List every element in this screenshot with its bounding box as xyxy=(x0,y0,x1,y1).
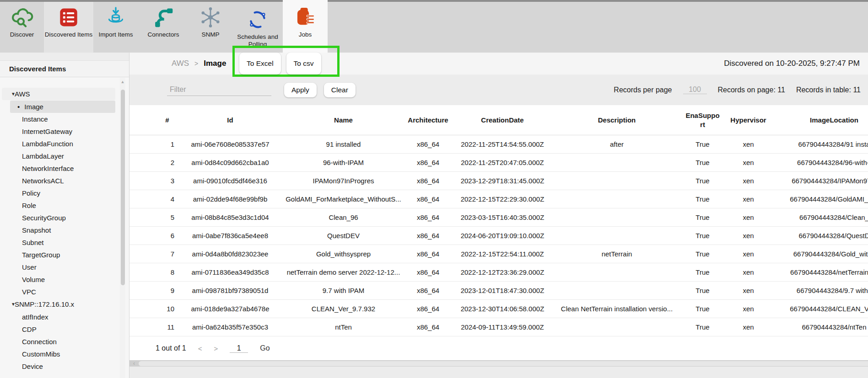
toolbar-button-snmp[interactable]: SNMP xyxy=(189,2,232,53)
table-cell: 5 xyxy=(155,208,180,226)
table-cell: 3 xyxy=(155,172,180,190)
table-cell: CLEAN_Ver_9.7.932 xyxy=(280,300,406,318)
next-page-button[interactable]: > xyxy=(214,345,218,352)
column-header-name[interactable]: Name xyxy=(280,105,406,135)
table-cell: x86_64 xyxy=(406,227,450,245)
table-row[interactable]: 10ami-018de9a327ab4678eCLEAN_Ver_9.7.932… xyxy=(129,300,868,318)
tree-item-lambdalayer[interactable]: LambdaLayer xyxy=(0,150,115,162)
table-row[interactable]: 4ami-02dde94f68e99bf9bGoldAMI_ForMarketp… xyxy=(129,190,868,208)
table-row[interactable]: 2ami-0d84c09d662cba1a096-with-IPAMx86_64… xyxy=(129,154,868,172)
tree-item-image[interactable]: •Image xyxy=(10,101,115,113)
table-cell: 8 xyxy=(155,263,180,281)
table-cell: 2022-12-15T22:54:11.000Z xyxy=(450,245,555,263)
column-header-imagelocation[interactable]: ImageLocation xyxy=(770,105,868,135)
caret-down-icon[interactable]: ▼ xyxy=(5,302,15,307)
column-header-enasupport[interactable]: EnaSupport xyxy=(679,105,727,135)
tree-item-device[interactable]: Device xyxy=(0,360,115,373)
bottom-strip xyxy=(129,367,868,378)
table-row[interactable]: 9ami-098781bf97389051d9.7 with IPAMx86_6… xyxy=(129,282,868,300)
page-number-input[interactable] xyxy=(230,344,248,353)
tree-item-networksacl[interactable]: NetworksACL xyxy=(0,175,115,187)
column-header-description[interactable]: Description xyxy=(555,105,679,135)
tree-item-targetgroup[interactable]: TargetGroup xyxy=(0,249,115,261)
tree-item-networkinterface[interactable]: NetworkInterface xyxy=(0,162,115,175)
table-cell: True xyxy=(679,245,727,263)
column-header-id[interactable]: Id xyxy=(180,105,280,135)
table-row[interactable]: 7ami-0d4a8b0fd823023eeGold_withsysprepx8… xyxy=(129,245,868,263)
column-header-architecture[interactable]: Architecture xyxy=(406,105,450,135)
main-content: AWS > Image Discovered on 10-20-2025, 9:… xyxy=(129,53,868,378)
toolbar-button-discovered-items[interactable]: Discovered Items xyxy=(44,2,93,53)
tree-item-user[interactable]: User xyxy=(0,261,115,273)
table-cell: 7 xyxy=(155,245,180,263)
column-header-creationdate[interactable]: CreationDate xyxy=(450,105,555,135)
pagination-bar: 1 out of 1 < > Go xyxy=(129,336,868,360)
tree-item-snmp-172-16-10-x[interactable]: ▼SNMP::172.16.10.x xyxy=(2,298,115,310)
table-cell: x86_64 xyxy=(406,263,450,281)
table-row[interactable]: 6ami-0abe7f836ca5e4ee8QuestDEVx86_642024… xyxy=(129,227,868,245)
table-cell: 9 xyxy=(155,282,180,299)
tree-item-cdp[interactable]: CDP xyxy=(0,323,115,335)
to-csv-button[interactable]: To csv xyxy=(286,53,321,75)
table-row[interactable]: 3ami-09010fcd5df46e316IPAMon97InProgresx… xyxy=(129,172,868,190)
table-row[interactable]: 11ami-0a624b35f57e350c3ntTenx86_642024-0… xyxy=(129,318,868,336)
table-cell: xen xyxy=(727,190,770,208)
table-cell: xen xyxy=(727,154,770,171)
column-header--[interactable]: # xyxy=(155,105,180,135)
table-cell: 667904443284/netTerrain de xyxy=(770,263,868,281)
toolbar-button-jobs[interactable]: Jobs xyxy=(283,0,328,53)
page-summary: 1 out of 1 xyxy=(156,344,186,352)
tree-item-volume[interactable]: Volume xyxy=(0,273,115,286)
tree-item-role[interactable]: Role xyxy=(0,199,115,212)
scrollbar-up-icon[interactable]: ▲ xyxy=(120,78,125,86)
tree-item-snapshot[interactable]: Snapshot xyxy=(0,224,115,236)
scrollbar-thumb[interactable] xyxy=(121,90,125,285)
tree-item-vpc[interactable]: VPC xyxy=(0,286,115,298)
toolbar-button-import-items[interactable]: Import Items xyxy=(93,2,138,53)
connectors-cable-icon xyxy=(151,5,175,29)
toolbar-button-discover[interactable]: Discover xyxy=(0,2,44,53)
table-row[interactable]: 8ami-0711836ea349d35c8netTerrain demo se… xyxy=(129,263,868,282)
filter-bar: Apply Clear Records per page Records on … xyxy=(129,75,868,105)
to-excel-button[interactable]: To Excel xyxy=(239,53,281,75)
table-header-row: #IdNameArchitectureCreationDateDescripti… xyxy=(129,105,868,135)
scrollbar-left-icon[interactable]: ‹ xyxy=(130,360,138,367)
horizontal-scrollbar[interactable]: ‹ xyxy=(129,360,868,367)
tree-item-lambdafunction[interactable]: LambdaFunction xyxy=(0,138,115,150)
table-cell: x86_64 xyxy=(406,135,450,153)
import-items-icon xyxy=(104,5,128,29)
table-row[interactable]: 1ami-06e7608e085337e5791 installedx86_64… xyxy=(129,135,868,154)
table-cell xyxy=(555,282,679,299)
table-cell: 667904443284/QuestD xyxy=(770,227,868,245)
tree-item-atifindex[interactable]: atIfIndex xyxy=(0,311,115,323)
table-cell: x86_64 xyxy=(406,282,450,299)
horizontal-scrollbar-thumb[interactable] xyxy=(139,361,868,366)
clear-button[interactable]: Clear xyxy=(324,83,356,97)
records-in-table: Records in table: 11 xyxy=(796,86,861,94)
toolbar-button-connectors[interactable]: Connectors xyxy=(138,2,189,53)
breadcrumb-parent[interactable]: AWS xyxy=(172,59,189,68)
tree-item-aws[interactable]: ▼AWS xyxy=(2,88,115,100)
caret-down-icon[interactable]: ▼ xyxy=(5,91,15,96)
tree-item-label: TargetGroup xyxy=(22,251,60,259)
tree-item-instance[interactable]: Instance xyxy=(0,113,115,125)
table-cell: 4 xyxy=(155,190,180,208)
apply-button[interactable]: Apply xyxy=(284,83,317,97)
column-header-hypervisor[interactable]: Hypervisor xyxy=(727,105,770,135)
discover-cloud-search-icon xyxy=(10,5,34,29)
records-per-page-input[interactable] xyxy=(683,85,707,94)
toolbar-button-schedules-and-polling[interactable]: Schedules and Polling xyxy=(232,2,283,53)
prev-page-button[interactable]: < xyxy=(198,345,202,352)
table-row[interactable]: 5ami-08b84c85e3d3c1d04Clean_96x86_642023… xyxy=(129,208,868,227)
tree-item-custommibs[interactable]: CustomMibs xyxy=(0,348,115,360)
tree-item-connection[interactable]: Connection xyxy=(0,335,115,348)
table-cell xyxy=(555,227,679,245)
tree-item-policy[interactable]: Policy xyxy=(0,187,115,199)
table-cell: 2024-06-20T19:09:10.000Z xyxy=(450,227,555,245)
tree-item-securitygroup[interactable]: SecurityGroup xyxy=(0,212,115,224)
go-button[interactable]: Go xyxy=(260,344,270,352)
tree-item-internetgateway[interactable]: InternetGateway xyxy=(0,125,115,138)
tree-item-subnet[interactable]: Subnet xyxy=(0,236,115,249)
filter-input[interactable] xyxy=(167,84,271,96)
sidebar-scrollbar[interactable]: ▲ xyxy=(120,78,125,378)
